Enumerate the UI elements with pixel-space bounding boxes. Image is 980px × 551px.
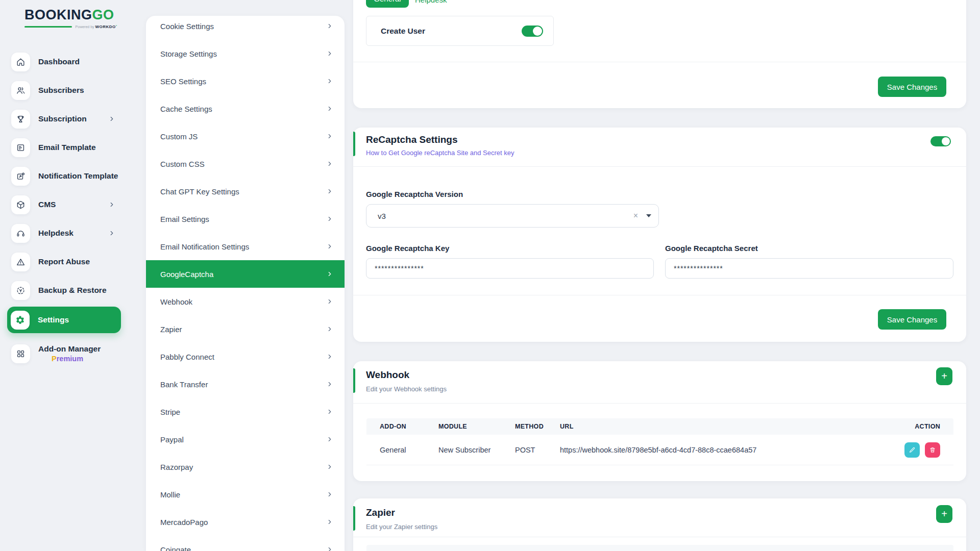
submenu-item-label: Razorpay xyxy=(160,463,193,471)
submenu-item-label: Custom JS xyxy=(160,132,198,141)
submenu-item-pabbly-connect[interactable]: Pabbly Connect xyxy=(146,343,345,370)
sidebar-item-subscribers[interactable]: Subscribers xyxy=(0,76,131,105)
divider xyxy=(353,537,966,537)
chevron-right-icon xyxy=(326,215,333,222)
submenu-item-label: Stripe xyxy=(160,408,180,416)
grid-icon xyxy=(16,349,26,359)
tab-general[interactable]: General xyxy=(366,0,409,8)
submenu-item-zapier[interactable]: Zapier xyxy=(146,315,345,343)
chevron-right-icon xyxy=(326,353,333,360)
submenu-item-custom-css[interactable]: Custom CSS xyxy=(146,150,345,178)
submenu-item-label: Email Settings xyxy=(160,215,209,223)
accent-bar xyxy=(353,132,355,156)
recaptcha-toggle[interactable] xyxy=(930,136,951,146)
chevron-right-icon xyxy=(326,78,333,85)
recaptcha-version-select[interactable]: v3 × xyxy=(366,204,659,228)
submenu-item-custom-js[interactable]: Custom JS xyxy=(146,122,345,150)
add-webhook-button[interactable]: + xyxy=(936,367,952,385)
recaptcha-settings-card: ReCaptcha Settings How to Get Google reC… xyxy=(353,128,966,342)
premium-badge: Premium xyxy=(52,355,101,363)
chevron-right-icon xyxy=(326,463,333,470)
chevron-right-icon xyxy=(326,270,333,278)
chevron-right-icon xyxy=(326,78,333,85)
save-changes-button[interactable]: Save Changes xyxy=(878,77,946,97)
submenu-item-email-notification-settings[interactable]: Email Notification Settings xyxy=(146,233,345,260)
submenu-item-stripe[interactable]: Stripe xyxy=(146,398,345,425)
recaptcha-key-label: Google Recaptcha Key xyxy=(366,244,449,253)
submenu-item-coingate[interactable]: Coingate xyxy=(146,536,345,551)
clear-icon[interactable]: × xyxy=(633,211,638,220)
add-zapier-button[interactable]: + xyxy=(936,505,952,523)
table-header-cell: ADD-ON xyxy=(380,423,438,430)
sidebar-item-settings[interactable]: Settings xyxy=(0,306,131,334)
submenu-item-webhook[interactable]: Webhook xyxy=(146,288,345,315)
chevron-right-icon xyxy=(326,270,333,278)
submenu-item-razorpay[interactable]: Razorpay xyxy=(146,453,345,481)
sidebar-item-notification-template[interactable]: Notification Template xyxy=(0,162,131,190)
sidebar-item-helpdesk[interactable]: Helpdesk xyxy=(0,219,131,247)
tab-helpdesk[interactable]: Helpdesk xyxy=(415,0,447,8)
recaptcha-secret-input[interactable] xyxy=(665,258,953,279)
sidebar-item-label: Subscribers xyxy=(38,86,84,95)
chevron-right-icon xyxy=(326,215,333,222)
submenu-item-email-settings[interactable]: Email Settings xyxy=(146,205,345,233)
sidebar-item-backup-restore[interactable]: Backup & Restore xyxy=(0,276,131,305)
submenu-item-mollie[interactable]: Mollie xyxy=(146,481,345,508)
chevron-right-icon xyxy=(326,298,333,305)
chevron-right-icon xyxy=(326,133,333,140)
submenu-item-paypal[interactable]: Paypal xyxy=(146,425,345,453)
sidebar-item-dashboard[interactable]: Dashboard xyxy=(0,47,131,76)
chevron-right-icon xyxy=(326,381,333,388)
chevron-right-icon xyxy=(326,518,333,525)
settings-submenu: Cookie SettingsStorage SettingsSEO Setti… xyxy=(146,16,345,551)
cell-module: New Subscriber xyxy=(438,446,515,454)
save-changes-button[interactable]: Save Changes xyxy=(878,309,946,330)
webhook-subtitle: Edit your Webhook settings xyxy=(366,385,447,393)
sidebar-item-subscription[interactable]: Subscription xyxy=(0,105,131,133)
zapier-card: Zapier Edit your Zapier settings + xyxy=(353,498,966,551)
submenu-item-cache-settings[interactable]: Cache Settings xyxy=(146,95,345,122)
logo-text: BOOKINGGO xyxy=(24,7,117,22)
headset-icon xyxy=(16,229,26,238)
submenu-item-chat-gpt-key-settings[interactable]: Chat GPT Key Settings xyxy=(146,178,345,205)
recaptcha-key-input[interactable] xyxy=(366,258,654,279)
recaptcha-title: ReCaptcha Settings xyxy=(366,134,457,145)
delete-button[interactable] xyxy=(925,442,940,458)
grid-icon xyxy=(11,344,30,363)
submenu-item-label: Paypal xyxy=(160,435,184,444)
cell-method: POST xyxy=(515,446,560,454)
chevron-right-icon xyxy=(326,160,333,167)
create-user-toggle[interactable] xyxy=(522,26,543,37)
webhook-table: ADD-ONMODULEMETHODURLACTION General New … xyxy=(366,418,953,465)
submenu-item-storage-settings[interactable]: Storage Settings xyxy=(146,40,345,67)
submenu-item-googlecaptcha[interactable]: GoogleCaptcha xyxy=(146,260,345,288)
submenu-item-seo-settings[interactable]: SEO Settings xyxy=(146,67,345,95)
accent-bar xyxy=(353,506,355,531)
edit-button[interactable] xyxy=(904,442,920,458)
chevron-right-icon xyxy=(326,298,333,305)
sidebar-item-label: Report Abuse xyxy=(38,257,90,266)
caret-down-icon[interactable] xyxy=(646,214,651,217)
sidebar-item-label: Email Template xyxy=(38,143,96,152)
submenu-item-label: Custom CSS xyxy=(160,160,205,168)
main-content: General Helpdesk Create User Save Change… xyxy=(353,0,966,551)
sidebar-item-email-template[interactable]: Email Template xyxy=(0,133,131,162)
sidebar-item-report-abuse[interactable]: Report Abuse xyxy=(0,247,131,276)
chevron-right-icon xyxy=(326,408,333,415)
headset-icon xyxy=(11,224,30,243)
submenu-item-cookie-settings[interactable]: Cookie Settings xyxy=(146,16,345,40)
gear-icon xyxy=(11,311,30,330)
sidebar-item-cms[interactable]: CMS xyxy=(0,190,131,219)
chevron-right-icon xyxy=(326,546,333,551)
cube-icon xyxy=(16,200,26,210)
table-header-row: ADD-ONMODULEMETHODURLACTION xyxy=(366,418,953,435)
table-header-cell: ACTION xyxy=(884,423,940,430)
recaptcha-secret-label: Google Recaptcha Secret xyxy=(665,244,758,253)
submenu-item-label: SEO Settings xyxy=(160,77,206,86)
recaptcha-help-link[interactable]: How to Get Google reCaptcha Site and Sec… xyxy=(366,149,514,157)
divider xyxy=(353,62,966,62)
chevron-right-icon xyxy=(108,115,115,122)
submenu-item-mercadopago[interactable]: MercadoPago xyxy=(146,508,345,536)
sidebar-item-add-on-manager[interactable]: Add-on ManagerPremium xyxy=(0,335,131,372)
submenu-item-bank-transfer[interactable]: Bank Transfer xyxy=(146,370,345,398)
